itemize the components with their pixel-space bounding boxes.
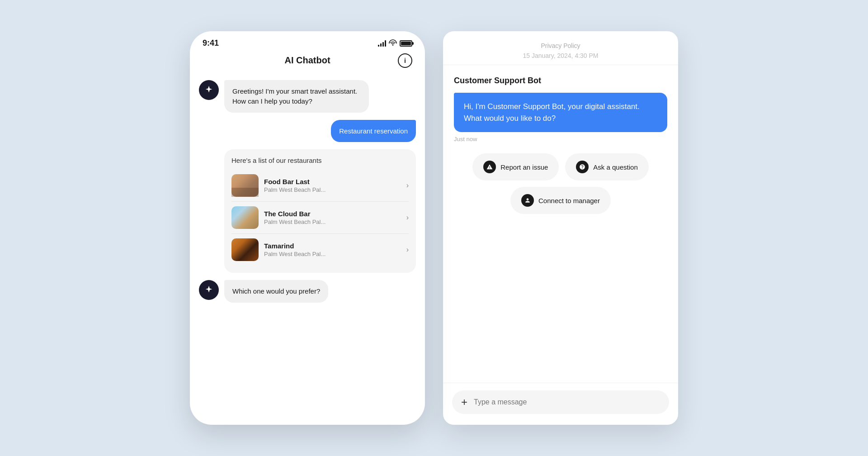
widget-date: 15 January, 2024, 4:30 PM bbox=[454, 52, 667, 59]
bot-avatar-2 bbox=[199, 280, 219, 300]
chevron-icon-food-bar: › bbox=[406, 181, 409, 190]
message-input[interactable] bbox=[474, 398, 660, 406]
restaurant-item-cloud-bar[interactable]: The Cloud Bar Palm West Beach Pal... › bbox=[231, 202, 409, 234]
chat-row-bot-followup: Which one would you prefer? bbox=[199, 280, 416, 303]
plus-button[interactable]: + bbox=[461, 397, 467, 408]
chat-row-bot-greeting: Greetings! I'm your smart travel assista… bbox=[199, 80, 416, 113]
warning-icon bbox=[483, 161, 496, 173]
status-icons bbox=[378, 39, 412, 47]
chat-widget: Privacy Policy 15 January, 2024, 4:30 PM… bbox=[443, 31, 678, 425]
widget-body: Customer Support Bot Hi, I'm Customer Su… bbox=[443, 65, 678, 383]
restaurant-loc-food-bar: Palm West Beach Pal... bbox=[264, 186, 401, 193]
bot-avatar bbox=[199, 80, 219, 100]
widget-top: Privacy Policy 15 January, 2024, 4:30 PM bbox=[443, 31, 678, 65]
restaurant-loc-tamarind: Palm West Beach Pal... bbox=[264, 251, 401, 257]
ask-question-button[interactable]: Ask a question bbox=[565, 153, 648, 180]
widget-time: Just now bbox=[454, 136, 667, 142]
status-time: 9:41 bbox=[203, 38, 219, 48]
ask-question-label: Ask a question bbox=[593, 163, 637, 171]
phone-title: AI Chatbot bbox=[284, 55, 330, 66]
restaurant-name-food-bar: Food Bar Last bbox=[264, 178, 401, 185]
chevron-icon-cloud-bar: › bbox=[406, 214, 409, 222]
signal-icon bbox=[378, 40, 386, 47]
user-reply-bubble: Restaurant reservation bbox=[331, 120, 416, 142]
widget-bot-bubble: Hi, I'm Customer Support Bot, your digit… bbox=[454, 93, 667, 132]
widget-actions-row-1: Report an issue Ask a question bbox=[454, 153, 667, 180]
bot-greeting-bubble: Greetings! I'm your smart travel assista… bbox=[224, 80, 369, 113]
chevron-icon-tamarind: › bbox=[406, 246, 409, 254]
wifi-icon bbox=[389, 39, 397, 47]
restaurant-image-tamarind bbox=[231, 238, 259, 261]
widget-footer: + bbox=[443, 383, 678, 425]
connect-manager-button[interactable]: Connect to manager bbox=[510, 187, 611, 214]
page-container: 9:41 bbox=[0, 0, 868, 456]
report-issue-label: Report an issue bbox=[500, 163, 548, 171]
battery-icon bbox=[400, 40, 412, 47]
restaurant-name-tamarind: Tamarind bbox=[264, 242, 401, 250]
privacy-policy-link[interactable]: Privacy Policy bbox=[454, 42, 667, 49]
restaurant-name-cloud-bar: The Cloud Bar bbox=[264, 210, 401, 218]
message-input-row: + bbox=[452, 390, 669, 414]
bot-followup-bubble: Which one would you prefer? bbox=[224, 280, 328, 303]
chat-row-user-reply: Restaurant reservation bbox=[199, 120, 416, 142]
report-issue-button[interactable]: Report an issue bbox=[472, 153, 559, 180]
phone-header: AI Chatbot i bbox=[190, 52, 425, 73]
sparkle-icon-2 bbox=[204, 285, 214, 295]
restaurant-image-food-bar bbox=[231, 174, 259, 197]
restaurant-list-card: Here's a list of our restaurants Food Ba… bbox=[224, 149, 416, 273]
widget-actions: Report an issue Ask a question bbox=[454, 153, 667, 214]
restaurant-item-tamarind[interactable]: Tamarind Palm West Beach Pal... › bbox=[231, 234, 409, 266]
restaurant-item-food-bar[interactable]: Food Bar Last Palm West Beach Pal... › bbox=[231, 170, 409, 202]
restaurant-image-cloud-bar bbox=[231, 206, 259, 229]
widget-bot-name: Customer Support Bot bbox=[454, 76, 667, 86]
connect-manager-label: Connect to manager bbox=[538, 197, 600, 204]
widget-actions-row-2: Connect to manager bbox=[454, 187, 667, 214]
question-icon bbox=[576, 161, 589, 173]
person-icon bbox=[521, 194, 534, 207]
restaurant-loc-cloud-bar: Palm West Beach Pal... bbox=[264, 218, 401, 225]
phone-status-bar: 9:41 bbox=[190, 31, 425, 52]
phone-chat: Greetings! I'm your smart travel assista… bbox=[190, 73, 425, 425]
restaurant-list-title: Here's a list of our restaurants bbox=[231, 157, 409, 164]
sparkle-icon bbox=[204, 85, 214, 95]
info-button[interactable]: i bbox=[398, 53, 412, 68]
phone-mockup: 9:41 bbox=[190, 31, 425, 425]
